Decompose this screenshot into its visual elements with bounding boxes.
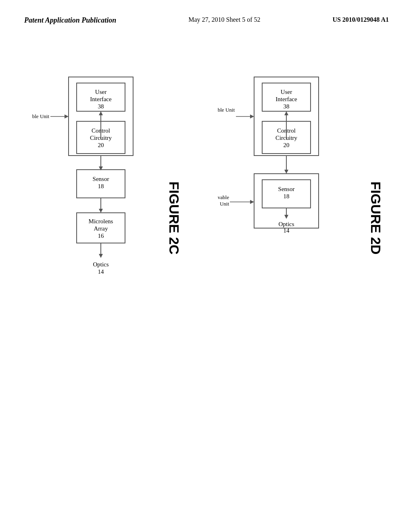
svg-text:← Removable Unit: ← Removable Unit (218, 107, 235, 113)
svg-text:Array: Array (94, 225, 108, 232)
svg-text:14: 14 (98, 268, 104, 275)
svg-text:Circuitry: Circuitry (90, 135, 112, 141)
svg-text:20: 20 (98, 142, 104, 148)
svg-text:Interface: Interface (90, 96, 112, 102)
svg-text:18: 18 (284, 193, 290, 200)
svg-text:Optics: Optics (93, 261, 108, 268)
svg-marker-12 (65, 114, 69, 118)
svg-text:Circuitry: Circuitry (275, 135, 298, 141)
svg-text:Interface: Interface (275, 96, 297, 102)
svg-text:14: 14 (284, 227, 290, 234)
svg-text:Optics: Optics (278, 221, 294, 227)
figure-2c: User Interface 38 Control Circuitry 20 R… (32, 65, 186, 349)
svg-text:Removable: Removable (218, 194, 229, 200)
svg-text:20: 20 (284, 142, 290, 148)
svg-marker-6 (99, 111, 103, 115)
svg-marker-51 (284, 215, 288, 219)
svg-rect-46 (254, 174, 319, 228)
svg-text:38: 38 (98, 103, 104, 110)
svg-text:38: 38 (284, 103, 290, 110)
svg-marker-45 (284, 170, 288, 174)
svg-text:Control: Control (92, 127, 110, 134)
patent-number: US 2010/0129048 A1 (332, 16, 389, 23)
page-header: Patent Application Publication May 27, 2… (0, 0, 413, 25)
svg-text:Removable Unit: Removable Unit (32, 113, 49, 119)
svg-text:Microlens: Microlens (89, 218, 113, 224)
svg-text:Unit: Unit (220, 201, 229, 207)
svg-text:FIGURE 2C: FIGURE 2C (167, 181, 182, 254)
svg-text:18: 18 (98, 183, 104, 189)
svg-text:Control: Control (277, 127, 296, 134)
publication-title: Patent Application Publication (24, 16, 116, 25)
sheet-info: May 27, 2010 Sheet 5 of 52 (188, 16, 260, 23)
svg-text:User: User (281, 89, 292, 95)
svg-marker-42 (250, 114, 254, 118)
svg-text:FIGURE 2D: FIGURE 2D (368, 181, 384, 254)
svg-marker-20 (99, 209, 103, 213)
figure-2d: User Interface 38 Control Circuitry 20 ←… (218, 65, 387, 349)
figures-area: User Interface 38 Control Circuitry 20 R… (0, 25, 413, 349)
svg-text:16: 16 (98, 233, 104, 239)
svg-marker-36 (284, 111, 288, 115)
svg-text:Sensor: Sensor (278, 186, 295, 192)
svg-marker-54 (250, 200, 254, 204)
svg-text:Sensor: Sensor (93, 176, 109, 182)
svg-marker-26 (99, 254, 103, 258)
svg-text:User: User (95, 89, 106, 95)
